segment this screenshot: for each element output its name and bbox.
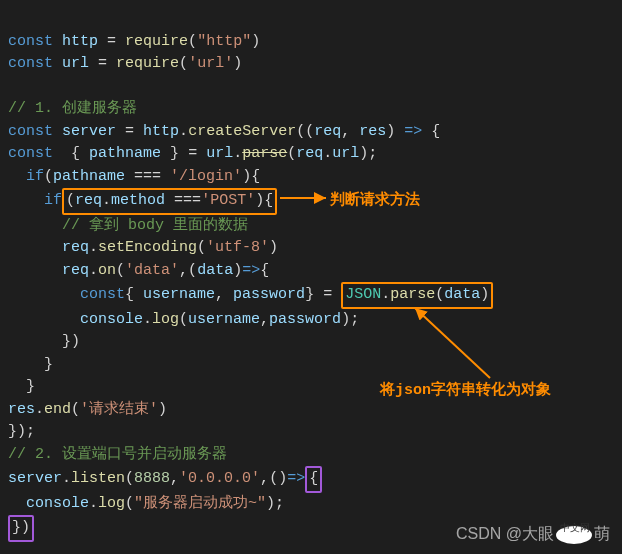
bracket-match-box: { <box>305 466 322 493</box>
code-block: const http = require("http") const url =… <box>8 8 614 542</box>
bracket-match-box: }) <box>8 515 34 542</box>
highlight-box-condition: (req.method ==='POST'){ <box>62 188 277 215</box>
comment: // 1. 创建服务器 <box>8 100 137 117</box>
keyword: const <box>8 33 53 50</box>
annotation-label: 判断请求方法 <box>330 190 420 213</box>
highlight-box-json-parse: JSON.parse(data) <box>341 282 493 309</box>
identifier: http <box>62 33 98 50</box>
annotation-label: 将json字符串转化为对象 <box>380 380 551 403</box>
comment: // 拿到 body 里面的数据 <box>62 217 248 234</box>
comment: // 2. 设置端口号并启动服务器 <box>8 446 227 463</box>
watermark: CSDN @大眼中文网萌 <box>456 522 610 546</box>
call: require <box>125 33 188 50</box>
